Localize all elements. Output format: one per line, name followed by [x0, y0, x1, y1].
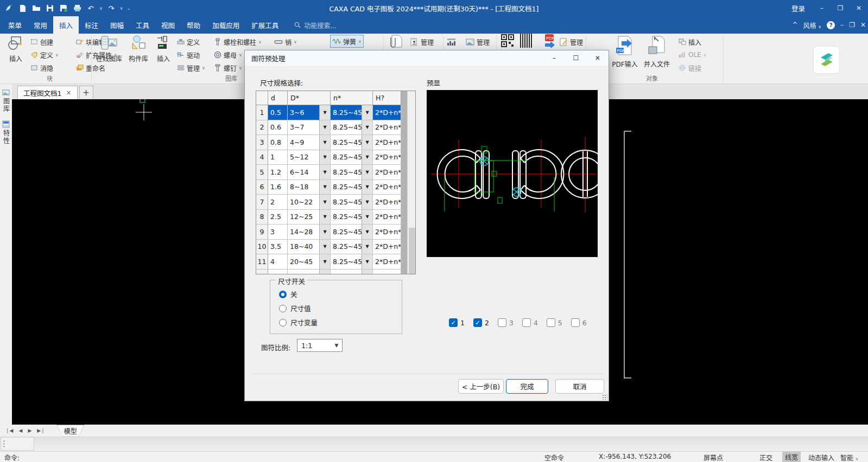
- manage-c-button[interactable]: 管理: [559, 36, 583, 48]
- cancel-button[interactable]: 取消: [555, 379, 604, 394]
- combo-dropdown-icon[interactable]: ▼: [362, 135, 372, 150]
- combo-dropdown-icon[interactable]: ▼: [362, 195, 372, 209]
- table-row[interactable]: 415~12▼8.25~45.5▼2*D+n*d: [256, 150, 401, 165]
- table-cell[interactable]: 2*D+n*d: [373, 195, 401, 210]
- snap-mode-dropdown[interactable]: 智能 ∨: [840, 453, 859, 462]
- doc-minimize-icon[interactable]: –: [840, 21, 844, 29]
- next-sheet-icon[interactable]: ▶: [28, 428, 31, 433]
- block-insert-button[interactable]: 插入: [3, 35, 28, 63]
- combo-dropdown-icon[interactable]: ▼: [319, 195, 330, 209]
- save-icon[interactable]: [45, 3, 55, 13]
- table-cell[interactable]: 1: [256, 105, 268, 120]
- redo-icon[interactable]: ↷: [106, 3, 116, 13]
- dialog-title-bar[interactable]: 图符预处理 – ☐ ✕: [245, 50, 609, 66]
- table-cell[interactable]: 1.6: [268, 180, 288, 195]
- back-button[interactable]: < 上一步(B): [458, 379, 504, 394]
- spring-button[interactable]: 弹簧∨: [330, 35, 364, 48]
- checkbox-unchecked-icon[interactable]: [522, 318, 531, 327]
- pdf-icon[interactable]: PDF: [543, 35, 557, 47]
- library-manage-button[interactable]: 管理∨: [177, 62, 205, 74]
- model-tab[interactable]: 模型: [57, 425, 84, 437]
- turns-combo[interactable]: 8.25~45.5▼: [331, 195, 373, 210]
- block-hide-button[interactable]: 消隐: [30, 62, 53, 74]
- combo-dropdown-icon[interactable]: ▼: [319, 210, 330, 224]
- table-cell[interactable]: 2*D+n*d: [373, 135, 401, 150]
- pdf-input-button[interactable]: PDF PDF输入: [610, 35, 639, 68]
- screw-button[interactable]: 螺钉∨: [214, 62, 242, 74]
- open-file-icon[interactable]: [31, 3, 41, 13]
- diameter-combo[interactable]: 20~45▼: [288, 254, 331, 270]
- diameter-combo[interactable]: 4~9▼: [288, 135, 331, 150]
- table-row[interactable]: 82.512~25▼8.25~45.5▼2*D+n*d: [256, 210, 401, 225]
- nut-button[interactable]: 螺母∨: [214, 49, 242, 61]
- undo-icon[interactable]: ↶: [86, 3, 96, 13]
- table-row[interactable]: 7210~22▼8.25~45.5▼2*D+n*d: [256, 195, 401, 210]
- manage-a-button[interactable]: 管理: [410, 36, 434, 48]
- diameter-combo[interactable]: 3~7▼: [288, 120, 331, 136]
- table-cell[interactable]: 5: [256, 165, 268, 180]
- table-cell[interactable]: 10: [256, 240, 268, 255]
- function-search[interactable]: 功能搜索...: [294, 16, 336, 34]
- table-row[interactable]: 10.53~6▼8.25~45.5▼2*D+n*d: [256, 105, 401, 120]
- part-checkbox-4[interactable]: 4: [522, 318, 538, 327]
- window-minimize-button[interactable]: –: [813, 0, 831, 16]
- first-sheet-icon[interactable]: ❘◀: [5, 428, 13, 433]
- table-cell[interactable]: 2*D+n*d: [373, 150, 401, 165]
- new-file-icon[interactable]: [18, 3, 28, 13]
- table-cell[interactable]: 1: [268, 150, 288, 165]
- finish-button[interactable]: 完成: [506, 379, 548, 394]
- table-cell[interactable]: 2*D+n*d: [373, 165, 401, 180]
- table-row[interactable]: 20.63~7▼8.25~45.5▼2*D+n*d: [256, 120, 401, 136]
- table-cell[interactable]: 2*D+n*d: [373, 224, 401, 240]
- combo-dropdown-icon[interactable]: ▼: [362, 254, 372, 269]
- table-cell[interactable]: 2*D+n*d: [373, 210, 401, 225]
- turns-combo[interactable]: 8.25~45.5▼: [331, 165, 373, 180]
- product-logo[interactable]: [814, 47, 839, 73]
- undo-dropdown-icon[interactable]: ∨: [99, 6, 103, 11]
- combo-dropdown-icon[interactable]: ▼: [362, 224, 372, 239]
- table-row[interactable]: 103.518~40▼8.25~45.5▼2*D+n*d: [256, 240, 401, 255]
- radio-selected-icon[interactable]: [279, 291, 287, 298]
- combo-dropdown-icon[interactable]: ▼: [362, 165, 372, 179]
- command-panel[interactable]: [0, 437, 868, 451]
- turns-combo[interactable]: 8.25~45.5▼: [331, 105, 373, 120]
- diameter-combo[interactable]: 18~40▼: [288, 240, 331, 255]
- new-document-tab-button[interactable]: +: [79, 86, 93, 99]
- command-panel-handle[interactable]: [1, 437, 34, 451]
- scrollbar-thumb[interactable]: [409, 228, 415, 274]
- part-checkbox-6[interactable]: 6: [571, 318, 587, 327]
- radio-option-2[interactable]: 尺寸变量: [279, 317, 318, 328]
- table-cell[interactable]: 2*D+n*d: [373, 240, 401, 255]
- turns-combo[interactable]: 8.25~45.5▼: [331, 150, 373, 165]
- table-cell[interactable]: 4: [268, 254, 288, 270]
- turns-combo[interactable]: 8.25~45.5▼: [331, 270, 373, 275]
- table-row[interactable]: 9314~28▼8.25~45.5▼2*D+n*d: [256, 224, 401, 240]
- customize-toolbar-icon[interactable]: ⌄: [127, 6, 131, 11]
- table-cell[interactable]: 2: [268, 195, 288, 210]
- table-cell[interactable]: 3.5: [268, 240, 288, 255]
- combo-dropdown-icon[interactable]: ▼: [362, 210, 372, 224]
- table-cell[interactable]: 0.6: [268, 120, 288, 136]
- turns-combo[interactable]: 8.25~45.5▼: [331, 224, 373, 240]
- bolts-studs-button[interactable]: 螺栓和螺柱∨: [214, 36, 262, 48]
- diameter-combo[interactable]: 6~14▼: [288, 165, 331, 180]
- combo-dropdown-icon[interactable]: ▼: [362, 270, 372, 275]
- table-cell[interactable]: 2*D+n*d: [373, 105, 401, 120]
- combo-dropdown-icon[interactable]: ▼: [319, 150, 330, 165]
- table-cell[interactable]: 2*D+n*d: [373, 270, 401, 275]
- radio-icon[interactable]: [279, 319, 287, 326]
- barcode-icon[interactable]: [520, 35, 533, 47]
- component-library-button[interactable]: 构件库: [126, 35, 151, 63]
- style-menu[interactable]: 风格 ∨: [803, 21, 821, 30]
- status-screen-point[interactable]: 屏幕点: [704, 453, 723, 462]
- block-rename-button[interactable]: 重命名: [76, 62, 105, 74]
- menu-tab-1[interactable]: 常用: [28, 16, 53, 34]
- print-icon[interactable]: [72, 3, 82, 13]
- window-restore-button[interactable]: ❐: [831, 0, 850, 16]
- doc-close-icon[interactable]: ✕: [860, 21, 866, 29]
- dialog-maximize-button[interactable]: ☐: [565, 50, 587, 66]
- table-row[interactable]: 61.68~18▼8.25~45.5▼2*D+n*d: [256, 180, 401, 195]
- toggle-ortho[interactable]: 正交: [759, 453, 772, 462]
- app-logo-icon[interactable]: [4, 3, 14, 13]
- doc-restore-icon[interactable]: ❐: [849, 21, 855, 29]
